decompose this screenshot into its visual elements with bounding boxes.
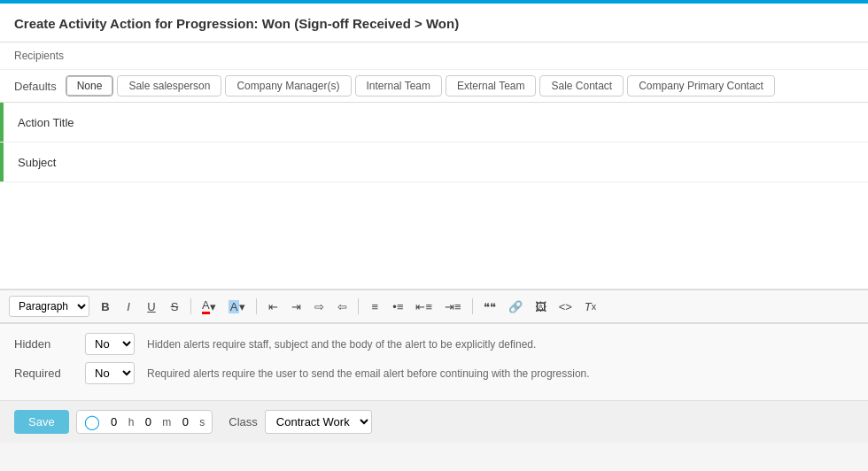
outdent-button[interactable]: ⇤≡: [410, 297, 438, 316]
hidden-hint: Hidden alerts require staff, subject and…: [147, 338, 536, 351]
ordered-list-button[interactable]: ≡: [364, 297, 385, 316]
toolbar-sep-2: [256, 298, 257, 314]
editor-area: [0, 182, 868, 290]
timer-hours-input[interactable]: [104, 415, 125, 429]
class-label: Class: [229, 415, 258, 429]
code-button[interactable]: <>: [554, 297, 577, 316]
required-row: Required No Yes Required alerts require …: [14, 362, 854, 384]
paragraph-select[interactable]: Paragraph: [9, 296, 89, 317]
italic-button[interactable]: I: [118, 297, 139, 316]
underline-button[interactable]: U: [141, 297, 162, 316]
action-title-field: Action Title: [0, 103, 868, 143]
unordered-list-button[interactable]: •≡: [387, 297, 408, 316]
minutes-unit: m: [162, 416, 171, 429]
class-select[interactable]: Contract Work Standard Premium: [265, 410, 372, 434]
required-hint: Required alerts require the user to send…: [147, 367, 590, 380]
subject-label: Subject: [4, 147, 110, 178]
action-title-input[interactable]: [110, 109, 868, 136]
page-title: Create Activity Action for Progression: …: [14, 16, 854, 31]
toolbar-sep-3: [358, 298, 359, 314]
tab-sale-salesperson[interactable]: Sale salesperson: [117, 75, 221, 97]
toolbar-sep-1: [190, 298, 191, 314]
bold-button[interactable]: B: [95, 297, 116, 316]
tab-internal-team[interactable]: Internal Team: [355, 75, 443, 97]
clear-format-button[interactable]: Tx: [579, 297, 601, 316]
save-button[interactable]: Save: [14, 410, 69, 434]
form-section: Action Title Subject: [0, 103, 868, 182]
align-justify-button[interactable]: ⇦: [331, 297, 353, 316]
settings-section: Hidden No Yes Hidden alerts require staf…: [0, 323, 868, 400]
strikethrough-button[interactable]: S: [164, 297, 185, 316]
toolbar: Paragraph B I U S A▾ A▾ ⇤ ⇥ ⇨ ⇦ ≡ •≡ ⇤≡ …: [0, 290, 868, 323]
align-right-button[interactable]: ⇨: [308, 297, 329, 316]
image-button[interactable]: 🖼: [530, 297, 552, 316]
required-select[interactable]: No Yes: [85, 362, 135, 384]
hours-unit: h: [128, 416, 135, 429]
hidden-label: Hidden: [14, 337, 76, 351]
header: Create Activity Action for Progression: …: [0, 4, 868, 42]
seconds-unit: s: [199, 416, 205, 429]
recipients-label: Recipients: [0, 42, 868, 70]
align-center-button[interactable]: ⇥: [285, 297, 306, 316]
link-button[interactable]: 🔗: [503, 297, 528, 316]
font-color-button[interactable]: A▾: [197, 296, 221, 317]
align-left-button[interactable]: ⇤: [262, 297, 283, 316]
tab-company-primary-contact[interactable]: Company Primary Contact: [627, 75, 775, 97]
indent-button[interactable]: ⇥≡: [439, 297, 467, 316]
hidden-select[interactable]: No Yes: [85, 333, 135, 355]
subject-input[interactable]: [110, 149, 868, 176]
toolbar-sep-4: [472, 298, 473, 314]
hidden-row: Hidden No Yes Hidden alerts require staf…: [14, 333, 854, 355]
tab-none[interactable]: None: [66, 75, 114, 97]
tabs-row: Defaults None Sale salesperson Company M…: [0, 70, 868, 103]
blockquote-button[interactable]: ❝❝: [478, 297, 501, 316]
action-title-label: Action Title: [4, 107, 110, 138]
defaults-label: Defaults: [14, 80, 57, 93]
subject-field: Subject: [0, 143, 868, 182]
timer-minutes-input[interactable]: [137, 415, 159, 429]
tab-sale-contact[interactable]: Sale Contact: [539, 75, 624, 97]
tab-company-manager[interactable]: Company Manager(s): [225, 75, 351, 97]
bg-color-button[interactable]: A▾: [223, 297, 252, 316]
timer-icon: ◯: [84, 413, 100, 430]
timer-section: ◯ h m s: [76, 410, 213, 434]
editor-content[interactable]: [0, 182, 868, 289]
tab-external-team[interactable]: External Team: [446, 75, 536, 97]
footer-row: Save ◯ h m s Class Contract Work Standar…: [0, 400, 868, 443]
required-label: Required: [14, 367, 76, 380]
timer-seconds-input[interactable]: [174, 415, 196, 429]
